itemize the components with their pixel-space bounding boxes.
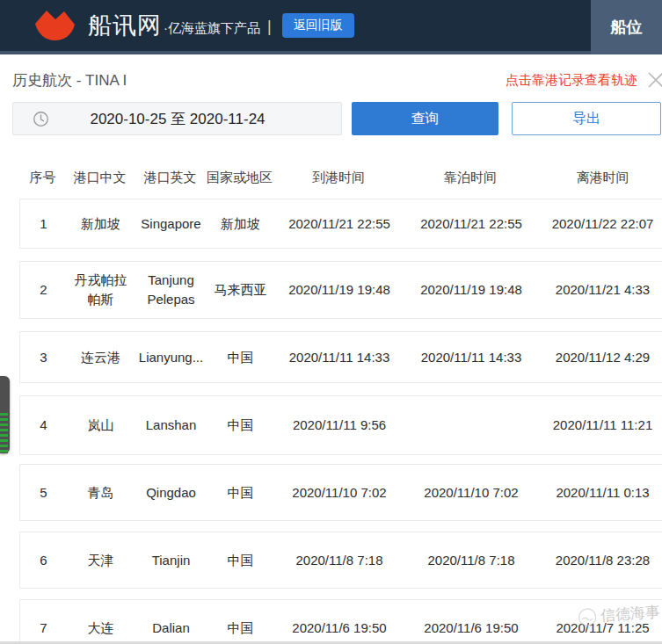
col-header-no: 序号 <box>19 170 66 186</box>
cell-departure: 2020/11/11 0:13 <box>537 483 662 503</box>
handle-stripes <box>0 413 8 453</box>
cell-arrival: 2020/11/10 7:02 <box>273 483 405 503</box>
date-range-input[interactable]: 2020-10-25 至 2020-11-24 <box>12 102 342 135</box>
table-header-row: 序号 港口中文 港口英文 国家或地区 到港时间 靠泊时间 离港时间 <box>19 167 662 188</box>
table-row[interactable]: 3 连云港 Lianyung... 中国 2020/11/11 14:33 20… <box>19 331 662 383</box>
cell-berth: 2020/11/19 19:48 <box>405 280 537 300</box>
cell-port-en: Lianyung... <box>135 348 207 367</box>
nav-tab-ship-position[interactable]: 船位 <box>591 0 662 54</box>
cell-port-en: Tanjung Pelepas <box>135 271 207 309</box>
history-voyages-window: 船讯网 ·亿海蓝旗下产品 | 返回旧版 船位 历史航次 - TINA I 点击靠… <box>0 0 662 644</box>
panel-title-row: 历史航次 - TINA I 点击靠港记录查看轨迹 <box>12 69 662 91</box>
cell-berth: 2020/11/6 19:50 <box>405 619 537 638</box>
cell-arrival: 2020/11/11 9:56 <box>273 416 405 435</box>
cell-port-cn: 天津 <box>67 551 135 570</box>
cell-no: 5 <box>20 483 67 503</box>
col-header-arrival: 到港时间 <box>273 170 404 186</box>
cell-no: 4 <box>20 416 67 435</box>
cell-country: 中国 <box>207 348 273 367</box>
table-row[interactable]: 4 岚山 Lanshan 中国 2020/11/11 9:56 2020/11/… <box>19 395 662 455</box>
cell-departure: 2020/11/12 4:29 <box>537 348 662 367</box>
close-icon[interactable] <box>644 69 662 91</box>
cell-port-en: Tianjin <box>135 551 207 570</box>
header-bottom-strip <box>0 51 662 54</box>
query-button[interactable]: 查询 <box>352 102 498 135</box>
app-header: 船讯网 ·亿海蓝旗下产品 | 返回旧版 船位 <box>0 0 662 54</box>
cell-departure: 2020/11/7 11:25 <box>537 619 662 638</box>
back-to-old-version-button[interactable]: 返回旧版 <box>282 13 354 38</box>
cell-country: 中国 <box>207 483 273 503</box>
col-header-departure: 离港时间 <box>536 170 662 186</box>
cell-departure: 2020/11/21 4:33 <box>537 280 662 300</box>
cell-port-en: Dalian <box>135 619 207 638</box>
export-button[interactable]: 导出 <box>512 102 661 135</box>
cell-port-cn: 丹戎帕拉帕斯 <box>67 271 135 309</box>
cell-no: 2 <box>20 280 67 300</box>
col-header-berth: 靠泊时间 <box>404 170 536 186</box>
table-row[interactable]: 5 青岛 Qingdao 中国 2020/11/10 7:02 2020/11/… <box>19 464 662 521</box>
table-row[interactable]: 7 大连 Dalian 中国 2020/11/6 19:50 2020/11/6… <box>19 599 662 644</box>
cell-port-cn: 连云港 <box>67 348 135 367</box>
cell-berth: 2020/11/11 14:33 <box>405 348 537 367</box>
cell-departure: 2020/11/8 23:28 <box>537 551 662 570</box>
cell-country: 中国 <box>207 416 273 435</box>
header-divider: | <box>267 18 272 36</box>
cell-berth: 2020/11/10 7:02 <box>405 483 537 503</box>
cell-port-en: Lanshan <box>135 416 207 435</box>
brand-name: 船讯网 <box>88 10 162 41</box>
cell-port-cn: 大连 <box>67 619 135 638</box>
col-header-port-en: 港口英文 <box>134 170 207 186</box>
page-title: 历史航次 - TINA I <box>12 70 127 90</box>
col-header-port-cn: 港口中文 <box>66 170 134 186</box>
cell-arrival: 2020/11/21 22:55 <box>273 214 405 234</box>
cell-country: 新加坡 <box>207 214 273 234</box>
cell-port-cn: 青岛 <box>67 483 135 503</box>
cell-berth: 2020/11/21 22:55 <box>405 214 537 234</box>
view-track-hint-link[interactable]: 点击靠港记录查看轨迹 <box>506 72 637 89</box>
table-row[interactable]: 6 天津 Tianjin 中国 2020/11/8 7:18 2020/11/8… <box>19 532 662 589</box>
cell-port-cn: 新加坡 <box>67 214 135 234</box>
table-row[interactable]: 1 新加坡 Singapore 新加坡 2020/11/21 22:55 202… <box>19 199 662 249</box>
cell-berth: 2020/11/8 7:18 <box>405 551 537 570</box>
cell-country: 中国 <box>207 619 273 638</box>
shipxy-logo-icon <box>33 9 76 42</box>
table-row[interactable]: 2 丹戎帕拉帕斯 Tanjung Pelepas 马来西亚 2020/11/19… <box>19 261 662 319</box>
cell-departure: 2020/11/22 22:07 <box>537 214 662 234</box>
cell-port-en: Qingdao <box>135 483 207 503</box>
cell-arrival: 2020/11/6 19:50 <box>273 619 405 638</box>
cell-no: 6 <box>20 551 67 570</box>
date-range-value: 2020-10-25 至 2020-11-24 <box>49 109 341 129</box>
cell-arrival: 2020/11/19 19:48 <box>273 280 405 300</box>
cell-port-en: Singapore <box>135 214 207 234</box>
cell-no: 3 <box>20 348 67 367</box>
cell-departure: 2020/11/11 11:21 <box>537 416 662 435</box>
cell-country: 马来西亚 <box>207 280 273 300</box>
cell-port-cn: 岚山 <box>67 416 135 435</box>
cell-arrival: 2020/11/8 7:18 <box>273 551 405 570</box>
cell-country: 中国 <box>207 551 273 570</box>
cell-no: 7 <box>20 619 67 638</box>
sidebar-extension-handle[interactable] <box>0 376 10 453</box>
cell-no: 1 <box>20 214 67 234</box>
clock-icon <box>33 111 49 127</box>
brand-suffix: ·亿海蓝旗下产品 <box>164 20 260 37</box>
cell-arrival: 2020/11/11 14:33 <box>273 348 405 367</box>
col-header-country: 国家或地区 <box>207 170 273 186</box>
